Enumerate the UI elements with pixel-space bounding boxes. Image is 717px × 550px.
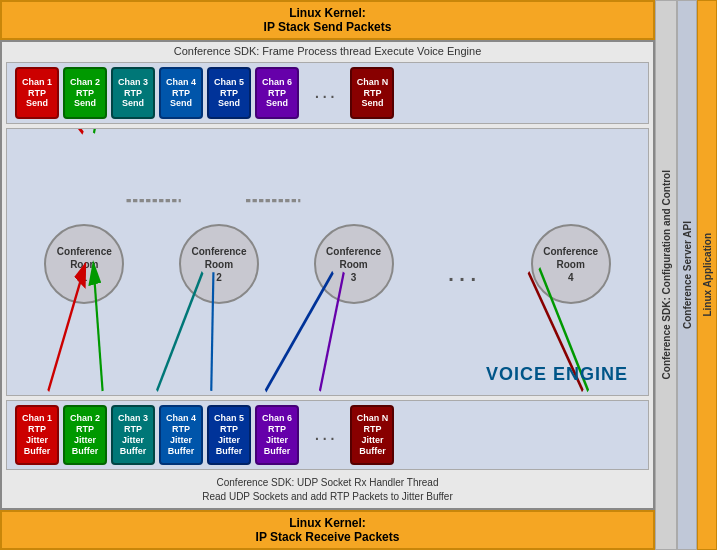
linux-kernel-top: Linux Kernel: IP Stack Send Packets <box>0 0 655 40</box>
conf-circle-3: ConferenceRoom3 <box>314 224 394 304</box>
conf-circle-4: ConferenceRoom4 <box>531 224 611 304</box>
conf-room-2: ConferenceRoom2 <box>179 224 259 304</box>
room-dots: . . . <box>448 243 476 286</box>
conf-room-1: ConferenceRoom1 <box>44 224 124 304</box>
chan3-jitter: Chan 3RTPJitterBuffer <box>111 405 155 465</box>
conference-rooms-row: ConferenceRoom1 ConferenceRoom2 Conferen… <box>7 129 648 395</box>
linux-app-label: Linux Application <box>702 233 713 317</box>
chan6-jitter: Chan 6RTPJitterBuffer <box>255 405 299 465</box>
linux-bottom-line2: IP Stack Receive Packets <box>256 530 400 544</box>
server-api-bar: Conference Server API <box>677 0 697 550</box>
chan4-send: Chan 4RTPSend <box>159 67 203 119</box>
config-control-bar: Conference SDK: Configuration and Contro… <box>655 0 677 550</box>
rtp-send-row: Chan 1RTPSend Chan 2RTPSend Chan 3RTPSen… <box>6 62 649 124</box>
voice-engine-area: ConferenceRoom1 ConferenceRoom2 Conferen… <box>6 128 649 396</box>
chan6-send: Chan 6RTPSend <box>255 67 299 119</box>
chanN-send: Chan NRTPSend <box>350 67 394 119</box>
outer-wrapper: Linux Kernel: IP Stack Send Packets Conf… <box>0 0 717 550</box>
send-dots: . . . <box>315 85 334 101</box>
chanN-jitter: Chan NRTPJitterBuffer <box>350 405 394 465</box>
rtp-jitter-row: Chan 1RTPJitterBuffer Chan 2RTPJitterBuf… <box>6 400 649 470</box>
chan4-jitter: Chan 4RTPJitterBuffer <box>159 405 203 465</box>
linux-bottom-line1: Linux Kernel: <box>289 516 366 530</box>
voice-engine-label: VOICE ENGINE <box>486 364 628 385</box>
udp-line2: Read UDP Sockets and add RTP Packets to … <box>202 491 453 502</box>
chan2-jitter: Chan 2RTPJitterBuffer <box>63 405 107 465</box>
conf-circle-1: ConferenceRoom1 <box>44 224 124 304</box>
conf-room-4: ConferenceRoom4 <box>531 224 611 304</box>
chan5-jitter: Chan 5RTPJitterBuffer <box>207 405 251 465</box>
main-area: Linux Kernel: IP Stack Send Packets Conf… <box>0 0 655 550</box>
conf-room-3: ConferenceRoom3 <box>314 224 394 304</box>
server-api-label: Conference Server API <box>682 221 693 329</box>
udp-label: Conference SDK: UDP Socket Rx Handler Th… <box>2 472 653 508</box>
right-bars: Conference SDK: Configuration and Contro… <box>655 0 717 550</box>
linux-top-line1: Linux Kernel: <box>289 6 366 20</box>
chan1-jitter: Chan 1RTPJitterBuffer <box>15 405 59 465</box>
linux-top-line2: IP Stack Send Packets <box>264 20 392 34</box>
chan3-send: Chan 3RTPSend <box>111 67 155 119</box>
config-control-label: Conference SDK: Configuration and Contro… <box>661 170 672 379</box>
linux-app-bar: Linux Application <box>697 0 717 550</box>
chan1-send: Chan 1RTPSend <box>15 67 59 119</box>
sdk-top-label: Conference SDK: Frame Process thread Exe… <box>2 42 653 60</box>
chan5-send: Chan 5RTPSend <box>207 67 251 119</box>
linux-kernel-bottom: Linux Kernel: IP Stack Receive Packets <box>0 510 655 550</box>
jitter-dots: . . . <box>315 427 334 443</box>
chan2-send: Chan 2RTPSend <box>63 67 107 119</box>
conf-circle-2: ConferenceRoom2 <box>179 224 259 304</box>
sdk-frame: Conference SDK: Frame Process thread Exe… <box>0 40 655 510</box>
udp-line1: Conference SDK: UDP Socket Rx Handler Th… <box>217 477 439 488</box>
